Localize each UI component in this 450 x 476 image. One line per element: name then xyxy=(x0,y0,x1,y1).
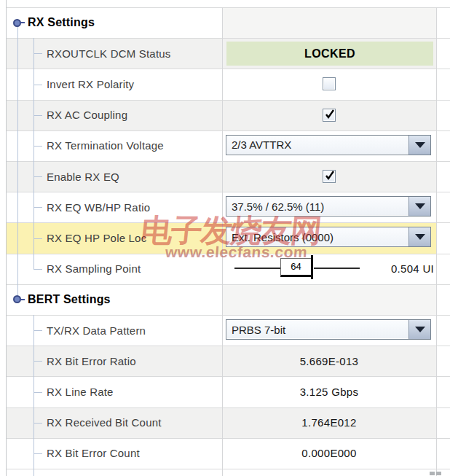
section-value-cell xyxy=(222,7,436,38)
row-label: RX EQ WB/HP Ratio xyxy=(47,192,150,222)
row-label: RX Received Bit Count xyxy=(47,407,162,438)
scroll-corner-mark xyxy=(436,472,441,475)
value-text: 5.669E-013 xyxy=(222,346,436,376)
checkbox-checked[interactable] xyxy=(323,170,336,183)
row-separator xyxy=(6,376,450,377)
value-cell: Ext. Resistors (0000) xyxy=(222,222,436,253)
slider-readout: 0.504 UI xyxy=(391,254,434,284)
value-cell: 640.504 UI xyxy=(222,254,436,284)
chevron-down-icon xyxy=(415,327,425,332)
row-label: RXOUTCLK DCM Status xyxy=(47,38,171,69)
slider-thumb[interactable]: 64 xyxy=(280,258,312,277)
settings-row-rx-bit-error-ratio[interactable]: RX Bit Error Ratio5.669E-013 xyxy=(7,346,436,376)
dropdown[interactable]: Ext. Resistors (0000) xyxy=(226,227,431,247)
checkbox-unchecked[interactable] xyxy=(323,77,336,90)
settings-row-tx-rx-data-pattern[interactable]: TX/RX Data PatternPRBS 7-bit xyxy=(7,315,436,346)
section-row-bert-settings[interactable]: BERT Settings xyxy=(7,284,436,315)
settings-row-rx-eq-hp-pole-loc[interactable]: RX EQ HP Pole LocExt. Resistors (0000) xyxy=(7,222,436,253)
status-badge: LOCKED xyxy=(226,42,433,66)
row-separator xyxy=(6,222,450,223)
value-cell xyxy=(222,100,436,130)
column-divider xyxy=(436,7,437,476)
value-text: 1.764E012 xyxy=(222,407,436,438)
value-cell: 1.764E012 xyxy=(222,407,436,438)
dropdown-value: 37.5% / 62.5% (11) xyxy=(226,197,408,216)
row-label: RX Bit Error Count xyxy=(47,438,140,469)
value-cell xyxy=(222,69,436,99)
dropdown-arrow-button[interactable] xyxy=(408,136,430,155)
value-text: 3.125 Gbps xyxy=(222,376,436,407)
dropdown-value: PRBS 7-bit xyxy=(226,320,408,339)
settings-row-enable-rx-eq[interactable]: Enable RX EQ xyxy=(7,161,436,192)
section-value-cell xyxy=(222,284,436,315)
row-separator xyxy=(6,100,450,101)
chevron-down-icon xyxy=(415,234,425,240)
dropdown[interactable]: 37.5% / 62.5% (11) xyxy=(226,196,431,216)
value-cell: 3.125 Gbps xyxy=(222,376,436,407)
tree-connector xyxy=(33,453,42,454)
row-separator xyxy=(6,407,450,408)
row-separator xyxy=(6,192,450,192)
dropdown-arrow-button[interactable] xyxy=(408,227,430,246)
settings-row-invert-rx-polarity[interactable]: Invert RX Polarity xyxy=(7,69,436,99)
row-separator xyxy=(6,469,450,469)
tree-connector xyxy=(33,38,34,269)
row-separator xyxy=(6,438,450,439)
settings-row-rx-ac-coupling[interactable]: RX AC Coupling xyxy=(7,100,436,130)
value-cell: 2/3 AVTTRX xyxy=(222,130,436,161)
row-separator xyxy=(6,130,450,131)
row-label: RX EQ HP Pole Loc xyxy=(47,222,146,253)
dropdown-arrow-button[interactable] xyxy=(408,197,430,216)
value-text: 0.000E000 xyxy=(222,438,436,469)
settings-row-rx-sampling-point[interactable]: RX Sampling Point640.504 UI xyxy=(7,254,436,284)
tree-connector xyxy=(33,115,42,116)
checkbox-checked[interactable] xyxy=(323,109,336,122)
row-label: Invert RX Polarity xyxy=(47,69,134,99)
dropdown[interactable]: PRBS 7-bit xyxy=(226,319,431,340)
row-separator xyxy=(6,69,450,69)
tree-connector xyxy=(33,207,42,208)
row-label: RX AC Coupling xyxy=(47,100,127,130)
slider-track xyxy=(234,268,280,269)
dropdown-arrow-button[interactable] xyxy=(408,320,430,339)
row-label: RX Sampling Point xyxy=(47,254,141,284)
settings-row-rx-termination-voltage[interactable]: RX Termination Voltage2/3 AVTTRX xyxy=(7,130,436,161)
row-separator xyxy=(6,38,450,39)
row-separator xyxy=(6,346,450,346)
settings-row-rx-bit-error-count[interactable]: RX Bit Error Count0.000E000 xyxy=(7,438,436,469)
tree-connector xyxy=(17,27,18,295)
chevron-down-icon xyxy=(415,142,425,148)
value-cell xyxy=(222,161,436,192)
tree-connector xyxy=(33,330,42,331)
value-cell: 5.669E-013 xyxy=(222,346,436,376)
column-divider xyxy=(6,0,7,476)
row-separator xyxy=(6,161,450,162)
row-separator xyxy=(6,284,450,285)
settings-panel: RX SettingsRXOUTCLK DCM StatusLOCKEDInve… xyxy=(0,0,450,476)
settings-row-rx-line-rate[interactable]: RX Line Rate3.125 Gbps xyxy=(7,376,436,407)
settings-row-rxoutclk-dcm-status[interactable]: RXOUTCLK DCM StatusLOCKED xyxy=(7,38,436,69)
slider-thumb-bar[interactable] xyxy=(311,255,313,279)
dropdown-value: Ext. Resistors (0000) xyxy=(226,227,408,246)
settings-row-rx-received-bit-count[interactable]: RX Received Bit Count1.764E012 xyxy=(7,407,436,438)
value-cell: PRBS 7-bit xyxy=(222,315,436,346)
settings-row-rx-eq-wb-hp-ratio[interactable]: RX EQ WB/HP Ratio37.5% / 62.5% (11) xyxy=(7,192,436,222)
tree-connector xyxy=(33,238,42,239)
value-cell: LOCKED xyxy=(222,38,436,69)
tree-connector xyxy=(33,53,42,54)
row-label: RX Termination Voltage xyxy=(47,130,164,161)
tree-connector xyxy=(33,361,42,362)
row-separator xyxy=(6,315,450,316)
tree-connector xyxy=(33,269,42,270)
tree-connector xyxy=(33,315,34,476)
value-cell: 37.5% / 62.5% (11) xyxy=(222,192,436,222)
scroll-corner-mark xyxy=(430,472,435,475)
dropdown[interactable]: 2/3 AVTTRX xyxy=(226,135,431,155)
tree-connector xyxy=(33,392,42,393)
section-title: BERT Settings xyxy=(28,284,111,315)
tree-connector xyxy=(33,176,42,177)
chevron-down-icon xyxy=(415,203,425,209)
dropdown-value: 2/3 AVTTRX xyxy=(226,136,408,155)
section-row-rx-settings[interactable]: RX Settings xyxy=(7,7,436,38)
row-label: RX Bit Error Ratio xyxy=(47,346,136,376)
